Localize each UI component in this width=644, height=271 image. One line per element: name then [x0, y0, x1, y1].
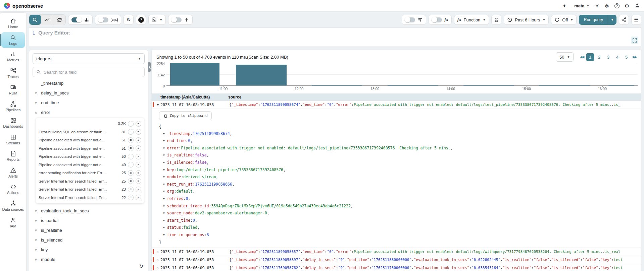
speed-switch[interactable] [171, 17, 182, 22]
expand-row-icon[interactable]: ❯ [155, 266, 160, 270]
save-function-button[interactable] [491, 15, 501, 25]
sidebar-item-home[interactable]: Home [1, 15, 25, 31]
chevron-down-icon[interactable]: ∨ [34, 248, 38, 252]
field-item-error[interactable]: ∧error [33, 108, 145, 117]
histogram-bar[interactable] [539, 85, 590, 85]
histogram-toggle[interactable] [68, 15, 93, 25]
page-size-select[interactable]: 50 ▼ [556, 52, 574, 62]
json-entry-start_time[interactable]: ▼start_time:0, [159, 217, 641, 224]
field-item-delay_in_secs[interactable]: ∨delay_in_secs [33, 88, 145, 98]
exclude-filter-button[interactable]: ≠ [136, 178, 141, 184]
field-item-key[interactable]: ∨key [33, 245, 145, 255]
exclude-filter-button[interactable]: ≠ [136, 162, 141, 167]
chevron-down-icon[interactable]: ∨ [34, 91, 38, 95]
expand-value-icon[interactable]: ▼ [163, 131, 165, 138]
chevron-down-icon[interactable]: ∨ [34, 228, 38, 232]
include-filter-button[interactable]: = [128, 137, 134, 143]
stream-select[interactable]: triggers ▼ [33, 53, 145, 64]
first-page-button[interactable]: ◀◀ [579, 55, 585, 59]
json-entry-status[interactable]: ▼status:failed, [159, 224, 641, 231]
speed-mode-toggle[interactable] [168, 15, 193, 25]
include-filter-button[interactable]: = [128, 170, 134, 176]
settings-gear-icon[interactable]: ⚙ [625, 3, 629, 8]
query-help-button[interactable]: ? [136, 15, 146, 25]
json-entry-module[interactable]: ▼module:derived_stream, [159, 174, 641, 181]
sidebar-item-rum[interactable]: RUM [1, 82, 25, 98]
expand-editor-button[interactable] [631, 37, 638, 44]
function-editor-toggle[interactable]: fx [429, 15, 452, 25]
histogram-bar[interactable] [170, 63, 219, 85]
json-entry-key[interactable]: ▼key:logs/default/test_pipeline/73533867… [159, 166, 641, 174]
json-entry-time_in_queue_ms[interactable]: ▼time_in_queue_ms:8 [159, 231, 641, 239]
expand-value-icon[interactable]: ▼ [163, 210, 165, 217]
exclude-filter-button[interactable]: ≠ [136, 137, 141, 143]
reset-filters-button[interactable]: ↻ [123, 15, 134, 25]
copy-to-clipboard-button[interactable]: Copy to clipboard [159, 111, 212, 120]
collapse-row-icon[interactable]: ▼ [155, 103, 160, 107]
org-selector[interactable]: _meta ▼ [572, 3, 590, 8]
run-query-button[interactable]: Run query ▼ [579, 15, 616, 25]
sidebar-item-actions[interactable]: Actions [1, 181, 25, 197]
exclude-filter-button[interactable]: ≠ [136, 154, 141, 159]
json-entry-is_silenced[interactable]: ▼is_silenced:false, [159, 159, 641, 166]
page-button-5[interactable]: 5 [623, 53, 630, 61]
wrap-lines-toggle[interactable] [402, 15, 426, 25]
expand-value-icon[interactable]: ▼ [163, 217, 165, 224]
log-row[interactable]: ❯2025-11-07 16:08:09.058{"_timestamp":"1… [152, 256, 641, 264]
expand-value-icon[interactable]: ▼ [163, 188, 165, 195]
exclude-filter-button[interactable]: ≠ [136, 121, 141, 127]
wrap-switch[interactable] [405, 17, 415, 22]
field-search[interactable] [33, 67, 145, 77]
function-switch[interactable] [432, 17, 442, 22]
trend-mode-button[interactable] [41, 15, 53, 25]
json-entry-next_run_at[interactable]: ▼next_run_at:1762512199058666, [159, 181, 641, 188]
json-entry-source_node[interactable]: ▼source_node:dev2-openobserve-alertmanag… [159, 210, 641, 217]
include-filter-button[interactable]: = [128, 145, 134, 151]
chevron-down-icon[interactable]: ∨ [34, 209, 38, 213]
theme-toggle-icon[interactable]: ☀ [595, 3, 599, 8]
json-entry-scheduler_trace_id[interactable]: ▼scheduler_trace_id:359AQoDsqrZNclMXSepV… [159, 203, 641, 210]
expand-value-icon[interactable]: ▼ [163, 138, 165, 145]
logs-mode-button[interactable] [29, 15, 41, 25]
auto-refresh-select[interactable]: Off ▼ [551, 15, 577, 25]
last-page-button[interactable]: ▶▶ [632, 55, 638, 59]
page-button-3[interactable]: 3 [604, 53, 612, 61]
page-button-4[interactable]: 4 [613, 53, 621, 61]
saved-views-button[interactable]: ▼ [148, 15, 166, 25]
histogram-bar[interactable] [388, 85, 438, 85]
exclude-filter-button[interactable]: ≠ [136, 170, 141, 176]
histogram-switch[interactable] [71, 17, 82, 22]
field-item-is_realtime[interactable]: ∨is_realtime [33, 225, 145, 235]
help-icon[interactable]: ? [614, 3, 620, 8]
field-item-_timestamp[interactable]: _timestamp [33, 78, 145, 88]
histogram-bar[interactable] [236, 65, 287, 85]
expand-value-icon[interactable]: ▼ [163, 232, 165, 239]
chevron-down-icon[interactable]: ∨ [34, 238, 38, 242]
apps-icon[interactable]: ✻ [605, 3, 609, 8]
expand-value-icon[interactable]: ▼ [163, 203, 165, 210]
sparkle-icon[interactable]: ✦ [562, 3, 566, 8]
field-item-evaluation_took_in_secs[interactable]: ∨evaluation_took_in_secs [33, 206, 145, 216]
refresh-fields-icon[interactable]: ↻ [139, 263, 143, 269]
run-query-dropdown[interactable]: ▼ [608, 15, 616, 25]
field-item-end_time[interactable]: ∨end_time [33, 98, 145, 108]
expand-value-icon[interactable]: ▼ [163, 181, 165, 188]
patterns-mode-button[interactable] [53, 15, 65, 25]
sidebar-item-iam[interactable]: IAM [1, 215, 25, 231]
field-item-is_partial[interactable]: ∨is_partial [33, 216, 145, 225]
collapse-panel-handle[interactable]: ❮ [148, 62, 151, 72]
json-entry-error[interactable]: ▼error:Pipeline associated with trigger … [159, 145, 641, 152]
sidebar-item-streams[interactable]: Streams [1, 132, 25, 148]
function-select[interactable]: fx Function ▼ [454, 15, 489, 25]
log-row[interactable]: ❯2025-11-07 16:08:19.058{"_timestamp":"1… [152, 248, 641, 256]
exclude-filter-button[interactable]: ≠ [136, 145, 141, 151]
include-filter-button[interactable]: = [128, 187, 134, 192]
include-filter-button[interactable]: = [128, 195, 134, 200]
json-entry-end_time[interactable]: ▼end_time:0, [159, 137, 641, 145]
menu-button[interactable]: ☰ [631, 15, 641, 25]
time-range-select[interactable]: Past 6 Hours ▼ [504, 15, 549, 25]
exclude-filter-button[interactable]: ≠ [136, 129, 141, 135]
page-button-1[interactable]: 1 [586, 53, 594, 61]
include-filter-button[interactable]: = [128, 154, 134, 159]
sidebar-item-pipelines[interactable]: Pipelines [1, 98, 25, 115]
